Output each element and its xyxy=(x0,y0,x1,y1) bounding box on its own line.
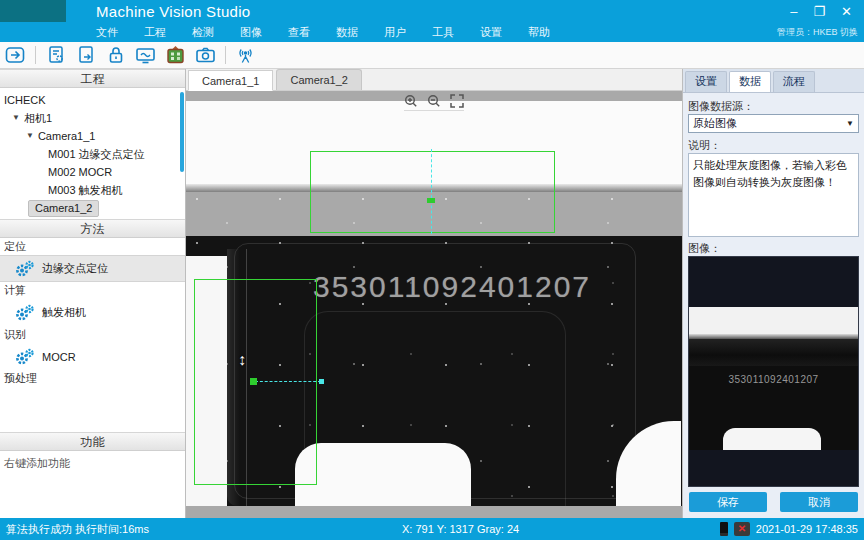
document-arrow-icon xyxy=(76,45,96,65)
tree-item-camera-group[interactable]: ▼相机1 xyxy=(0,109,185,127)
functions-panel-header: 功能 xyxy=(0,432,185,451)
description-text: 只能处理灰度图像，若输入彩色图像则自动转换为灰度图像！ xyxy=(688,153,859,237)
project-panel: 工程 ICHECK ▼相机1 ▼Camera1_1 M001 边缘交点定位 M0… xyxy=(0,69,186,518)
tab-camera1-1[interactable]: Camera1_1 xyxy=(188,70,273,91)
project-panel-header: 工程 xyxy=(0,69,185,88)
roi-rectangle-top[interactable] xyxy=(310,151,555,233)
inspector-tab-bar: 设置 数据 流程 xyxy=(683,69,864,93)
menu-item-tools[interactable]: 工具 xyxy=(432,25,454,40)
method-item-edge-point-locate[interactable]: 边缘交点定位 xyxy=(0,255,185,282)
device-icon[interactable] xyxy=(720,522,728,536)
current-user-label[interactable]: 管理员：HKEB 切换 xyxy=(777,26,858,39)
tree-item-m003[interactable]: M003 触发相机 xyxy=(0,181,185,199)
zoom-toolbar xyxy=(404,94,464,111)
menu-item-help[interactable]: 帮助 xyxy=(528,25,550,40)
run-button[interactable] xyxy=(3,44,28,67)
description-label: 说明： xyxy=(688,137,859,153)
save-button[interactable]: 保存 xyxy=(689,492,767,512)
trigger-button[interactable] xyxy=(233,44,258,67)
chevron-down-icon: ▼ xyxy=(846,119,854,128)
preview-serial-number: 353011092401207 xyxy=(689,374,858,385)
menu-item-image[interactable]: 图像 xyxy=(240,25,262,40)
cursor-coordinates: X: 791 Y: 1317 Gray: 24 xyxy=(402,523,519,535)
close-button[interactable]: ✕ xyxy=(841,5,852,18)
gears-icon xyxy=(14,304,36,322)
run-icon xyxy=(5,45,26,65)
tab-camera1-2[interactable]: Camera1_2 xyxy=(276,69,361,90)
gears-icon xyxy=(14,348,36,366)
menu-item-view[interactable]: 查看 xyxy=(288,25,310,40)
roi-center-marker[interactable] xyxy=(427,198,435,203)
canvas-bottom-margin xyxy=(186,506,682,518)
caliper-start-handle[interactable] xyxy=(250,378,257,385)
toolbar-separator xyxy=(225,46,226,64)
image-source-label: 图像数据源： xyxy=(688,98,859,114)
code-reader-button[interactable] xyxy=(163,44,188,67)
tree-item-icheck[interactable]: ICHECK xyxy=(0,91,185,109)
document-gear-icon xyxy=(46,45,66,65)
tab-data[interactable]: 数据 xyxy=(729,71,771,92)
camera-icon xyxy=(195,45,216,65)
image-label: 图像： xyxy=(688,240,859,256)
method-group-positioning: 定位 xyxy=(0,238,185,255)
menu-bar: 文件 工程 检测 图像 查看 数据 用户 工具 设置 帮助 管理员：HKEB 切… xyxy=(0,22,864,42)
status-bar: 算法执行成功 执行时间:16ms X: 791 Y: 1317 Gray: 24… xyxy=(0,518,864,540)
menu-item-project[interactable]: 工程 xyxy=(144,25,166,40)
toolbar-separator xyxy=(35,46,36,64)
status-timestamp: 2021-01-29 17:48:35 xyxy=(756,523,858,535)
disconnect-icon[interactable]: ✕ xyxy=(734,522,750,536)
menu-item-file[interactable]: 文件 xyxy=(96,25,118,40)
zoom-out-icon[interactable] xyxy=(427,94,441,108)
method-group-recognition: 识别 xyxy=(0,326,185,343)
menu-item-settings[interactable]: 设置 xyxy=(480,25,502,40)
project-config-button[interactable] xyxy=(43,44,68,67)
zoom-in-icon[interactable] xyxy=(404,94,418,108)
menu-item-user[interactable]: 用户 xyxy=(384,25,406,40)
lock-icon xyxy=(106,45,126,65)
export-document-button[interactable] xyxy=(73,44,98,67)
method-item-mocr[interactable]: MOCR xyxy=(0,343,185,370)
tab-flow[interactable]: 流程 xyxy=(773,71,815,92)
tree-item-camera1-1[interactable]: ▼Camera1_1 xyxy=(0,127,185,145)
preview-white-band xyxy=(689,307,858,334)
image-source-dropdown[interactable]: 原始图像 ▼ xyxy=(688,114,859,133)
fit-view-icon[interactable] xyxy=(450,94,464,108)
minimize-button[interactable]: – xyxy=(790,5,797,18)
tree-expand-arrow[interactable]: ▼ xyxy=(26,127,34,145)
part-bottom-cutout xyxy=(295,443,471,506)
method-group-preprocess: 预处理 xyxy=(0,370,185,387)
tree-scrollbar[interactable] xyxy=(180,92,184,172)
preview-rail xyxy=(689,339,858,366)
camera-button[interactable] xyxy=(193,44,218,67)
method-group-calc: 计算 xyxy=(0,282,185,299)
display-button[interactable] xyxy=(133,44,158,67)
title-bar: Machine Vision Studio – ❐ ✕ xyxy=(0,0,864,22)
mouse-cursor: ↕ xyxy=(238,351,246,369)
method-item-trigger-camera[interactable]: 触发相机 xyxy=(0,299,185,326)
project-tree: ICHECK ▼相机1 ▼Camera1_1 M001 边缘交点定位 M002 … xyxy=(0,88,185,219)
tree-expand-arrow[interactable]: ▼ xyxy=(12,109,20,127)
menu-item-detect[interactable]: 检测 xyxy=(192,25,214,40)
viewer-tab-bar: Camera1_1 Camera1_2 xyxy=(186,69,682,91)
cancel-button[interactable]: 取消 xyxy=(780,492,858,512)
restore-button[interactable]: ❐ xyxy=(813,5,825,18)
caliper-end-handle[interactable] xyxy=(319,379,324,384)
status-message: 算法执行成功 执行时间:16ms xyxy=(6,522,149,537)
toolbar xyxy=(0,42,864,69)
image-canvas[interactable]: 353011092401207 ↕ xyxy=(186,91,682,518)
menu-item-data[interactable]: 数据 xyxy=(336,25,358,40)
engraved-serial-number: 353011092401207 xyxy=(286,270,618,304)
caliper-dashed-line xyxy=(255,381,321,382)
tree-item-camera1-2[interactable]: Camera1_2 xyxy=(0,199,185,217)
monitor-wave-icon xyxy=(135,45,156,65)
methods-panel-header: 方法 xyxy=(0,219,185,238)
roi-center-dashed-line xyxy=(431,149,432,234)
tab-settings[interactable]: 设置 xyxy=(685,71,727,92)
tree-item-m002[interactable]: M002 MOCR xyxy=(0,163,185,181)
preview-cutout xyxy=(723,428,821,450)
tree-item-m001[interactable]: M001 边缘交点定位 xyxy=(0,145,185,163)
app-title: Machine Vision Studio xyxy=(96,3,250,20)
lock-button[interactable] xyxy=(103,44,128,67)
image-preview-thumbnail[interactable]: 353011092401207 xyxy=(688,256,859,487)
gears-icon xyxy=(14,260,36,278)
